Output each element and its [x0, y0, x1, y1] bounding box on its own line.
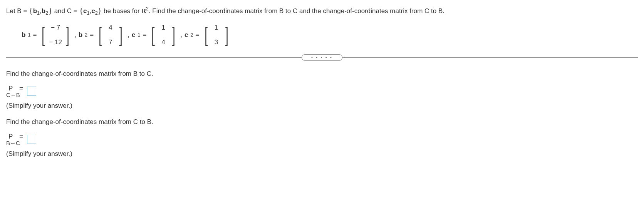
c2-label-sub: 2	[190, 32, 193, 38]
c1-var: c	[83, 7, 87, 15]
brace-close-c: }	[98, 5, 102, 15]
bracket-left-icon: [	[151, 26, 155, 44]
c2-sub: 2	[95, 10, 98, 16]
eq: =	[19, 133, 23, 140]
bracket-left-icon: [	[99, 26, 102, 44]
p-subscript: B←C	[6, 140, 23, 146]
eq: =	[143, 31, 146, 39]
dots-icon: • • • • •	[311, 55, 333, 60]
text-bases: be bases for	[104, 7, 141, 15]
hint-1: (Simplify your answer.)	[6, 102, 638, 110]
answer-block-2: P = B←C	[6, 133, 638, 146]
eq: =	[19, 85, 23, 92]
b2-label-sub: 2	[85, 32, 87, 38]
c1-label-sub: 1	[138, 32, 140, 38]
real-symbol: R	[141, 6, 146, 16]
question-2-text: Find the change-of-coordinates matrix fr…	[6, 118, 638, 126]
c2-entry-1: 1	[212, 24, 221, 32]
matrix-b2: [ 4 7 ]	[97, 24, 124, 46]
c1-entry-1: 1	[159, 24, 168, 32]
brace-close-b: }	[48, 5, 52, 15]
separator: ,	[74, 31, 76, 39]
c1-entry-2: 4	[159, 38, 168, 46]
bracket-left-icon: [	[205, 26, 208, 44]
p-label: P	[8, 133, 13, 140]
text-pre: Let B =	[6, 7, 29, 15]
b2-label: b	[79, 31, 82, 39]
p-subscript: C←B	[6, 92, 23, 98]
b1-label: b	[22, 31, 25, 39]
bracket-right-icon: ]	[171, 26, 175, 44]
brace-open-c: {	[79, 5, 83, 15]
text-end: . Find the change-of-coordinates matrix …	[149, 7, 444, 15]
answer-input-2[interactable]	[27, 135, 36, 144]
problem-statement: Let B = {b1,b2} and C = {c1,c2} be bases…	[6, 4, 638, 17]
p-label: P	[8, 85, 13, 92]
b1-entry-2: − 12	[49, 38, 62, 46]
matrix-c2: [ 1 3 ]	[203, 24, 230, 46]
brace-open-b: {	[29, 5, 33, 15]
matrix-b1: [ − 7 − 12 ]	[40, 24, 71, 46]
bracket-right-icon: ]	[119, 26, 122, 44]
bracket-right-icon: ]	[224, 26, 228, 44]
question-1-text: Find the change-of-coordinates matrix fr…	[6, 70, 638, 78]
c2-entry-2: 3	[212, 38, 221, 46]
expand-button[interactable]: • • • • •	[302, 54, 342, 61]
b1-var: b	[33, 7, 37, 15]
eq: =	[90, 31, 94, 39]
b2-entry-1: 4	[106, 24, 115, 32]
divider: • • • • •	[6, 53, 638, 62]
c1-label: c	[132, 31, 135, 39]
answer-block-1: P = C←B	[6, 85, 638, 98]
bracket-right-icon: ]	[65, 26, 69, 44]
c2-var: c	[91, 7, 95, 15]
b1-entry-1: − 7	[49, 24, 62, 32]
vectors-definition: b1 = [ − 7 − 12 ] , b2 = [ 4 7 ] , c1 = …	[22, 24, 638, 46]
b1-label-sub: 1	[28, 32, 30, 38]
c1-sub: 1	[87, 10, 89, 16]
c2-label: c	[184, 31, 188, 39]
separator: ,	[127, 31, 129, 39]
b2-var: b	[42, 7, 45, 15]
text-and: and C =	[54, 7, 79, 15]
answer-input-1[interactable]	[27, 87, 36, 96]
eq: =	[33, 31, 37, 39]
b2-entry-2: 7	[106, 38, 115, 46]
bracket-left-icon: [	[42, 26, 45, 44]
eq: =	[196, 31, 200, 39]
matrix-c1: [ 1 4 ]	[149, 24, 177, 46]
hint-2: (Simplify your answer.)	[6, 150, 638, 158]
separator: ,	[180, 31, 182, 39]
